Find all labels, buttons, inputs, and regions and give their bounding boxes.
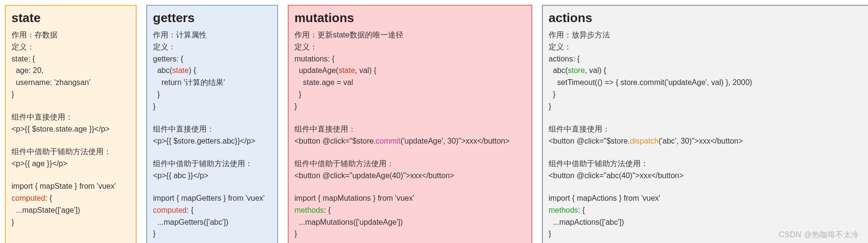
mutations-map: ...mapMutations(['updateAge']) — [294, 217, 526, 229]
state-purpose: 作用：存数据 — [12, 29, 130, 41]
spacer — [153, 113, 271, 123]
getters-direct-code: <p>{{ $store.getters.abc}}</p> — [153, 135, 271, 147]
spacer — [549, 113, 866, 123]
mutations-direct-code: <button @click="$store.commit('updateAge… — [294, 135, 526, 147]
computed-after: : { — [187, 206, 193, 214]
vuex-concept-cards: state 作用：存数据 定义： state: { age: 20, usern… — [5, 5, 863, 243]
getters-def-1: getters: { — [153, 53, 271, 65]
state-map: ...mapState(['age']) — [12, 205, 130, 217]
actions-helper-label: 组件中借助于辅助方法使用： — [549, 158, 866, 170]
mutations-def-5: } — [294, 101, 526, 113]
actions-def-2: abc(store, val) { — [549, 65, 866, 77]
methods-after: : { — [324, 206, 330, 214]
store-param: store — [568, 66, 585, 74]
spacer — [294, 113, 526, 123]
state-direct-label: 组件中直接使用： — [12, 111, 130, 123]
getters-map: ...mapGetters(['abc']) — [153, 217, 271, 229]
mutations-def-3: state.age = val — [294, 77, 526, 89]
state-def-2: age: 20, — [12, 65, 130, 77]
state-close: } — [12, 217, 130, 229]
mutations-def-1: mutations: { — [294, 53, 526, 65]
getters-purpose: 作用：计算属性 — [153, 29, 271, 41]
getters-def-5: } — [153, 101, 271, 113]
def2c: , val) { — [585, 66, 606, 74]
mutations-helper-code: <button @click="updateAge(40)">xxx</butt… — [294, 170, 526, 182]
card-getters-title: getters — [153, 11, 271, 25]
mutations-define-label: 定义： — [294, 41, 526, 53]
state-def-4: } — [12, 89, 130, 101]
state-def-1: state: { — [12, 53, 130, 65]
getters-import: import { mapGetters } from 'vuex' — [153, 193, 271, 205]
state-import: import { mapState } from 'vuex' — [12, 181, 130, 193]
spacer — [549, 182, 866, 193]
mutations-purpose: 作用：更新state数据的唯一途径 — [294, 29, 526, 41]
computed-keyword: computed — [12, 194, 45, 202]
getters-helper-label: 组件中借助于辅助方法使用： — [153, 158, 271, 170]
mutations-direct-label: 组件中直接使用： — [294, 123, 526, 135]
computed-keyword: computed — [153, 206, 187, 214]
def2a: abc( — [549, 66, 568, 74]
spacer — [294, 147, 526, 158]
state-helper-label: 组件中借助于辅助方法使用： — [12, 146, 130, 158]
spacer — [12, 101, 130, 111]
getters-computed: computed: { — [153, 205, 271, 217]
actions-helper-code: <button @click="abc(40)">xxx</button> — [549, 170, 866, 182]
getters-helper-code: <p>{{ abc }}</p> — [153, 170, 271, 182]
card-mutations: mutations 作用：更新state数据的唯一途径 定义： mutation… — [288, 5, 532, 243]
getters-def-2: abc(state) { — [153, 65, 271, 77]
spacer — [549, 147, 866, 158]
getters-def-4: } — [153, 89, 271, 101]
actions-methods: methods: { — [549, 205, 866, 217]
methods-after: : { — [578, 206, 585, 214]
direct-c: ('abc', 30)">xxx</button> — [658, 137, 743, 145]
getters-close: } — [153, 228, 271, 240]
actions-map: ...mapActions(['abc']) — [549, 217, 866, 229]
direct-a: <button @click="$store. — [294, 137, 376, 145]
watermark: CSDN @热咖啡不太冷 — [779, 230, 859, 240]
card-getters: getters 作用：计算属性 定义： getters: { abc(state… — [146, 5, 278, 243]
direct-c: ('updateAge', 30)">xxx</button> — [400, 137, 510, 145]
actions-purpose: 作用：放异步方法 — [549, 29, 866, 41]
actions-def-1: actions: { — [549, 53, 866, 65]
state-helper-code: <p>{{ age }}</p> — [12, 158, 130, 170]
actions-def-5: } — [549, 101, 866, 113]
actions-import: import { mapActions } from 'vuex' — [549, 193, 866, 205]
state-param: state — [172, 66, 189, 74]
spacer — [12, 170, 130, 181]
def2a: abc( — [153, 66, 172, 74]
direct-a: <button @click="$store. — [549, 137, 630, 145]
dispatch-keyword: dispatch — [630, 137, 659, 145]
methods-keyword: methods — [294, 206, 324, 214]
methods-keyword: methods — [549, 206, 578, 214]
mutations-def-4: } — [294, 89, 526, 101]
spacer — [153, 147, 271, 158]
state-param: state — [339, 66, 355, 74]
def2c: , val) { — [355, 66, 376, 74]
mutations-methods: methods: { — [294, 205, 526, 217]
computed-after: : { — [45, 194, 52, 202]
def2c: ) { — [189, 66, 196, 74]
card-mutations-title: mutations — [294, 11, 526, 25]
actions-def-3: setTimeout(() => { store.commit('updateA… — [549, 77, 866, 89]
actions-define-label: 定义： — [549, 41, 866, 53]
mutations-import: import { mapMutations } from 'vuex' — [294, 193, 526, 205]
getters-direct-label: 组件中直接使用： — [153, 123, 271, 135]
def2a: updateAge( — [294, 66, 339, 74]
card-actions-title: actions — [549, 11, 866, 25]
spacer — [153, 182, 271, 193]
actions-direct-code: <button @click="$store.dispatch('abc', 3… — [549, 135, 866, 147]
card-state: state 作用：存数据 定义： state: { age: 20, usern… — [5, 5, 137, 243]
commit-keyword: commit — [376, 137, 401, 145]
card-actions: actions 作用：放异步方法 定义： actions: { abc(stor… — [542, 5, 868, 243]
mutations-def-2: updateAge(state, val) { — [294, 65, 526, 77]
mutations-helper-label: 组件中借助于辅助方法使用： — [294, 158, 526, 170]
spacer — [12, 135, 130, 146]
state-direct-code: <p>{{ $store.state.age }}</p> — [12, 123, 130, 135]
spacer — [294, 182, 526, 193]
state-computed: computed: { — [12, 193, 130, 205]
mutations-close: } — [294, 228, 526, 240]
actions-def-4: } — [549, 89, 866, 101]
state-def-3: username: 'zhangsan' — [12, 77, 130, 89]
getters-define-label: 定义： — [153, 41, 271, 53]
state-define-label: 定义： — [12, 41, 130, 53]
